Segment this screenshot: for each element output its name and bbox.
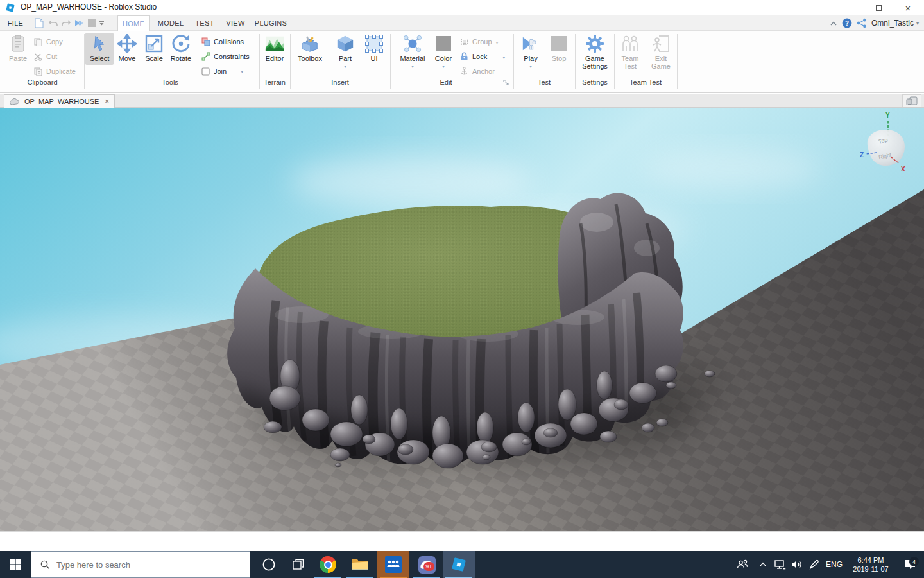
lock-caret-icon: ▾ (502, 55, 505, 60)
group-caret-icon: ▾ (496, 40, 499, 46)
move-icon (117, 34, 137, 53)
tab-view[interactable]: VIEW (221, 15, 250, 31)
duplicate-button[interactable]: Duplicate (33, 65, 76, 78)
help-icon[interactable]: ? (841, 17, 853, 29)
constraints-icon (201, 52, 210, 62)
rotate-icon (171, 34, 191, 53)
game-settings-button[interactable]: GameSettings (579, 34, 611, 70)
material-button[interactable]: Material ▾ (398, 34, 427, 69)
taskbar-app-file-explorer[interactable] (344, 551, 376, 578)
join-checkbox-icon (201, 67, 210, 76)
roblox-studio-logo-icon (5, 3, 15, 13)
tray-people-icon[interactable] (733, 551, 752, 578)
ribbon-home: Paste Copy Cut Duplicate Clipboard Selec… (0, 31, 924, 93)
duplicate-icon (33, 67, 43, 76)
group-label-insert: Insert (302, 78, 379, 86)
people-app-icon (385, 556, 402, 573)
tab-model[interactable]: MODEL (153, 15, 188, 31)
tray-network-icon[interactable] (771, 551, 789, 578)
notification-badge: 4 (909, 557, 919, 566)
copy-button[interactable]: Copy (33, 35, 63, 48)
anchor-button[interactable]: Anchor (459, 65, 495, 78)
clock[interactable]: 6:44 PM 2019-11-07 (844, 551, 897, 578)
ui-button[interactable]: UI (359, 34, 389, 62)
group-label-team-test: Team Test (615, 78, 676, 86)
close-button[interactable]: × (893, 0, 923, 15)
cut-button[interactable]: Cut (33, 50, 57, 63)
toolbox-button[interactable]: Toolbox (295, 34, 325, 62)
join-dropdown[interactable]: Join ▾ (201, 65, 243, 78)
paste-icon (8, 34, 28, 53)
action-center-button[interactable]: 4 (898, 551, 921, 578)
start-button[interactable] (0, 551, 31, 578)
constraints-toggle[interactable]: Constraints (201, 50, 250, 63)
part-button[interactable]: Part ▾ (330, 34, 360, 69)
lock-button[interactable]: Lock ▾ (459, 50, 505, 63)
group-button[interactable]: Group ▾ (459, 35, 499, 48)
team-test-button[interactable]: TeamTest (615, 34, 645, 70)
move-tool-button[interactable]: Move (112, 34, 142, 62)
search-input[interactable] (56, 560, 217, 570)
scale-icon (144, 34, 164, 53)
language-indicator[interactable]: ENG (824, 551, 844, 578)
scale-tool-button[interactable]: Scale (139, 34, 169, 62)
title-bar: OP_MAP_WARHOUSE - Roblox Studio × (0, 0, 924, 15)
paste-button[interactable]: Paste (3, 34, 33, 62)
color-button[interactable]: Color ▾ (429, 34, 458, 69)
taskbar-app-discord[interactable]: 9+ (411, 551, 443, 578)
customize-quick-access-icon[interactable] (98, 17, 105, 29)
run-icon[interactable] (73, 17, 85, 29)
color-swatch-icon (434, 34, 453, 53)
edit-group-expand-icon[interactable] (503, 80, 509, 85)
rotate-tool-button[interactable]: Rotate (166, 34, 196, 62)
collisions-toggle[interactable]: Collisions (201, 35, 244, 48)
task-view-button[interactable] (282, 551, 314, 578)
tray-chevron-up-icon[interactable] (755, 551, 771, 578)
cut-icon (33, 52, 43, 62)
taskbar-app-people[interactable] (377, 551, 409, 578)
stop-run-icon[interactable] (86, 17, 98, 29)
play-button[interactable]: Play ▾ (516, 34, 545, 69)
taskbar-search[interactable] (31, 551, 250, 578)
tab-home[interactable]: HOME (117, 15, 150, 31)
collapse-ribbon-icon[interactable] (828, 17, 839, 29)
taskbar-app-roblox-studio[interactable] (443, 551, 475, 578)
minimize-button[interactable] (834, 0, 864, 15)
restore-button[interactable] (864, 0, 893, 15)
chrome-icon (320, 556, 336, 573)
stop-icon (549, 34, 569, 53)
taskbar-app-chrome[interactable] (312, 551, 344, 578)
copy-icon (33, 37, 43, 47)
tab-plugins[interactable]: PLUGINS (252, 15, 289, 31)
stop-button[interactable]: Stop (544, 34, 574, 62)
document-tab[interactable]: OP_MAP_WARHOUSE × (4, 94, 115, 108)
cortana-button[interactable] (253, 551, 285, 578)
discord-badge: 9+ (424, 562, 434, 571)
share-icon[interactable] (855, 17, 868, 29)
group-icon (459, 37, 469, 47)
tray-pen-icon[interactable] (806, 551, 823, 578)
tray-volume-icon[interactable] (788, 551, 806, 578)
clock-time: 6:44 PM (858, 556, 884, 565)
device-emulation-button[interactable] (902, 94, 921, 107)
action-center-icon: 4 (903, 559, 916, 570)
terrain-editor-button[interactable]: Editor (260, 34, 289, 62)
material-icon (403, 34, 422, 53)
file-menu-button[interactable]: FILE (0, 15, 31, 31)
select-tool-button[interactable]: Select (85, 33, 114, 65)
group-label-tools: Tools (128, 78, 212, 86)
team-test-icon (620, 34, 640, 53)
exit-game-button[interactable]: ExitGame (646, 34, 676, 70)
document-tab-close-icon[interactable]: × (105, 97, 109, 106)
account-name: Omni_Tastic (871, 19, 914, 28)
part-caret-icon: ▾ (344, 64, 346, 69)
viewport-3d[interactable]: Top Right Y Z X (0, 108, 924, 531)
account-menu[interactable]: Omni_Tastic ▾ (870, 17, 920, 29)
tab-test[interactable]: TEST (192, 15, 218, 31)
new-file-icon[interactable] (33, 17, 45, 29)
cloud (289, 156, 533, 207)
color-caret-icon: ▾ (442, 64, 445, 69)
redo-icon[interactable] (60, 17, 72, 29)
cloud-icon (10, 98, 20, 105)
undo-icon[interactable] (47, 17, 59, 29)
